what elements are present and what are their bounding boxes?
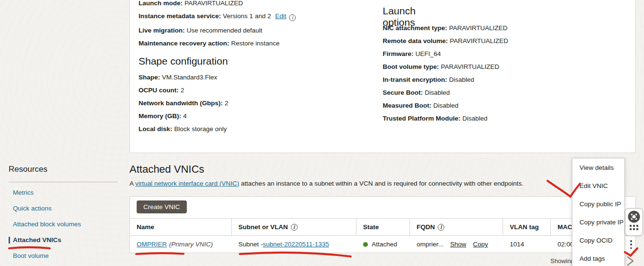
menu-item-copy-private-ip[interactable]: Copy private IP	[572, 213, 624, 231]
fqdn-show-link[interactable]: Show	[450, 241, 466, 248]
detail-label: In-transit encryption:	[383, 76, 447, 83]
menu-item-copy-ocid[interactable]: Copy OCID	[572, 231, 624, 249]
detail-label: Boot volume type:	[383, 63, 439, 70]
menu-item-view-details[interactable]: View details	[572, 158, 624, 177]
shape-configuration-list: Shape:VM.Standard3.Flex OCPU count:2 Net…	[139, 74, 228, 138]
create-vnic-button[interactable]: Create VNIC	[137, 200, 187, 213]
fqdn-copy-link[interactable]: Copy	[473, 241, 488, 248]
instance-details-card: Launch mode:PARAVIRTUALIZED Instance met…	[129, 0, 636, 153]
column-header-fqdn[interactable]: FQDNi	[410, 219, 503, 235]
vnic-doc-link[interactable]: virtual network interface card (VNIC)	[135, 180, 239, 187]
vnic-name-link[interactable]: OMPRIER	[137, 241, 167, 248]
detail-value: PARAVIRTUALIZED	[450, 37, 508, 44]
detail-value: Disabled	[433, 102, 459, 109]
sidebar-item-attached-block-volumes[interactable]: Attached block volumes	[9, 221, 118, 228]
vlan-tag-value: 1014	[510, 241, 524, 248]
floating-help-panel	[625, 208, 643, 236]
detail-value: PARAVIRTUALIZED	[184, 0, 243, 7]
sidebar-item-quick-actions[interactable]: Quick actions	[9, 205, 118, 212]
cell-subnet: Subnet - subnet-20220511-1335	[232, 236, 356, 253]
menu-item-copy-public-ip[interactable]: Copy public IP	[572, 195, 624, 213]
detail-label: Memory (GB):	[139, 112, 181, 120]
vnics-table-card: Create VNIC Name Subnet or VLANi State F…	[129, 196, 636, 253]
detail-row-shape: Shape:VM.Standard3.Flex	[139, 74, 228, 81]
detail-value: Use recommended default	[187, 27, 262, 34]
column-header-subnet[interactable]: Subnet or VLANi	[232, 219, 356, 235]
detail-value: Disabled	[462, 115, 488, 122]
column-header-name[interactable]: Name	[130, 219, 232, 235]
column-header-vlan-tag[interactable]: VLAN tag	[503, 219, 551, 235]
instance-details-left-column: Launch mode:PARAVIRTUALIZED Instance met…	[139, 0, 296, 53]
detail-label: Secure Boot:	[383, 89, 423, 96]
info-icon[interactable]: i	[289, 14, 296, 21]
detail-label: Firmware:	[383, 50, 414, 57]
shape-configuration-heading: Shape configuration	[139, 55, 228, 67]
description-suffix: attaches an instance to a subnet within …	[239, 180, 524, 187]
detail-value: Versions 1 and 2	[223, 12, 271, 20]
sidebar-item-metrics[interactable]: Metrics	[9, 189, 118, 196]
detail-value: Restore instance	[231, 40, 279, 47]
detail-label: Launch mode:	[139, 0, 182, 7]
column-header-state[interactable]: State	[356, 219, 410, 235]
cell-state: Attached	[356, 236, 410, 253]
menu-item-edit-vnic[interactable]: Edit VNIC	[572, 177, 624, 195]
next-page-chevron-icon[interactable]	[625, 255, 635, 266]
edit-metadata-link[interactable]: Edit	[275, 12, 286, 20]
vnic-row-context-menu: View details Edit VNIC Copy public IP Co…	[572, 158, 625, 266]
detail-row-instance-metadata-service: Instance metadata service:Versions 1 and…	[139, 12, 296, 21]
detail-value: 2	[225, 100, 228, 107]
column-label: Name	[137, 223, 154, 231]
help-lifering-icon[interactable]	[628, 211, 640, 223]
column-label: FQDN	[417, 223, 435, 231]
state-text: Attached	[372, 241, 397, 248]
detail-value: PARAVIRTUALIZED	[449, 24, 507, 32]
resources-sidebar: Resources Metrics Quick actions Attached…	[9, 165, 118, 182]
detail-row-in-transit-encryption: In-transit encryption:Disabled	[383, 76, 631, 83]
detail-row-nic-attachment: NIC attachment type:PARAVIRTUALIZED	[383, 24, 631, 32]
info-icon[interactable]: i	[438, 224, 444, 231]
detail-row-launch-mode: Launch mode:PARAVIRTUALIZED	[139, 0, 296, 7]
detail-label: Shape:	[139, 74, 160, 81]
menu-item-add-tags[interactable]: Add tags	[572, 249, 624, 266]
sidebar-item-boot-volume[interactable]: Boot volume	[9, 253, 118, 259]
column-label: VLAN tag	[510, 223, 539, 231]
apps-grid-icon[interactable]	[630, 225, 638, 230]
detail-row-secure-boot: Secure Boot:Disabled	[383, 89, 631, 96]
detail-label: NIC attachment type:	[383, 24, 447, 32]
detail-label: Maintenance recovery action:	[139, 40, 229, 47]
resources-heading: Resources	[9, 165, 118, 174]
subnet-prefix: Subnet -	[238, 241, 263, 248]
detail-row-ocpu: OCPU count:2	[139, 87, 228, 94]
detail-value: PARAVIRTUALIZED	[441, 63, 499, 70]
detail-label: Local disk:	[139, 125, 172, 133]
detail-value: VM.Standard3.Flex	[162, 74, 217, 81]
detail-row-local-disk: Local disk:Block storage only	[139, 125, 228, 133]
detail-value: Block storage only	[174, 125, 227, 133]
subnet-link[interactable]: subnet-20220511-1335	[263, 241, 329, 248]
detail-label: Live migration:	[139, 27, 185, 34]
column-label: State	[363, 223, 379, 231]
detail-row-measured-boot: Measured Boot:Disabled	[383, 102, 631, 109]
detail-row-tpm: Trusted Platform Module:Disabled	[383, 115, 631, 122]
detail-row-live-migration: Live migration:Use recommended default	[139, 27, 296, 34]
detail-row-bandwidth: Network bandwidth (Gbps):2	[139, 100, 228, 107]
info-icon[interactable]: i	[291, 224, 298, 231]
cell-vlan-tag: 1014	[503, 236, 551, 253]
detail-row-remote-data-volume: Remote data volume:PARAVIRTUALIZED	[383, 37, 631, 44]
detail-label: Trusted Platform Module:	[383, 115, 461, 122]
description-prefix: A	[129, 180, 135, 187]
sidebar-item-attached-vnics[interactable]: Attached VNICs	[9, 237, 118, 244]
detail-value: Disabled	[449, 76, 474, 83]
cell-name: OMPRIER (Primary VNIC)	[130, 236, 232, 253]
detail-label: Instance metadata service:	[139, 12, 221, 20]
launch-options-list: NIC attachment type:PARAVIRTUALIZED Remo…	[383, 24, 631, 128]
detail-value: Disabled	[425, 89, 450, 96]
sidebar-divider	[9, 182, 118, 182]
vnic-table-row: OMPRIER (Primary VNIC) Subnet - subnet-2…	[130, 236, 635, 253]
detail-label: Measured Boot:	[383, 102, 431, 109]
detail-row-memory: Memory (GB):4	[139, 112, 228, 120]
column-label: Subnet or VLAN	[238, 223, 288, 231]
detail-value: UEFI_64	[416, 50, 441, 57]
row-actions-kebab-icon[interactable]	[628, 240, 634, 249]
annotation-underline-omprier	[136, 253, 183, 254]
